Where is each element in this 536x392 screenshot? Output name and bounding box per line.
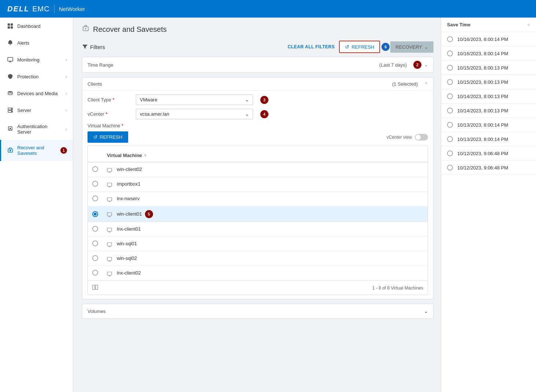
save-time-value: 10/14/2023, 8:00:13 PM: [457, 108, 508, 113]
table-row[interactable]: lnx-client02: [88, 266, 428, 281]
app-logo: DELLEMC: [7, 5, 50, 13]
vm-icon: [107, 256, 115, 261]
svg-rect-25: [96, 285, 98, 290]
radio-button[interactable]: [92, 166, 98, 172]
recovery-badge: 6: [381, 43, 390, 51]
radio-button[interactable]: [92, 195, 98, 201]
sidebar-item-dashboard[interactable]: Dashboard: [0, 18, 73, 34]
radio-button[interactable]: [92, 181, 98, 187]
sidebar-item-protection[interactable]: Protection ›: [0, 68, 73, 85]
recovery-button[interactable]: RECOVERY ⌄: [390, 41, 433, 53]
column-filter-icon[interactable]: ▿: [144, 153, 146, 158]
radio-button[interactable]: [447, 136, 453, 142]
sidebar-item-auth-server[interactable]: Authentication Server ›: [0, 119, 73, 140]
save-time-col-label: Save Time: [447, 22, 470, 27]
save-time-rows: 10/16/2023, 8:00:14 PM10/16/2023, 8:00:1…: [441, 32, 536, 175]
radio-button[interactable]: [447, 51, 453, 56]
app-header: DELLEMC NetWorker: [0, 0, 536, 18]
sidebar-item-devices-media[interactable]: Devices and Media ›: [0, 85, 73, 102]
vm-icon: [107, 227, 115, 231]
save-time-value: 10/16/2023, 8:00:14 PM: [457, 37, 508, 42]
radio-button[interactable]: [447, 150, 453, 156]
vcenter-select[interactable]: vcsa.amer.lan ⌄: [136, 109, 253, 119]
shield-icon: [7, 73, 14, 80]
top-right-actions: ↺ REFRESH 6 RECOVERY ⌄: [339, 41, 433, 53]
radio-button[interactable]: [447, 36, 453, 42]
save-time-row[interactable]: 10/13/2023, 8:00:14 PM: [441, 118, 536, 132]
save-time-row[interactable]: 10/14/2023, 8:00:13 PM: [441, 89, 536, 104]
save-time-row[interactable]: 10/14/2023, 8:00:13 PM: [441, 104, 536, 118]
radio-button[interactable]: [92, 255, 98, 261]
sidebar-item-alerts[interactable]: Alerts: [0, 34, 73, 51]
svg-rect-22: [107, 257, 112, 261]
clear-all-filters-button[interactable]: CLEAR ALL FILTERS: [288, 44, 335, 49]
radio-button[interactable]: [92, 270, 98, 276]
clients-header-row[interactable]: Clients (1 Selected) ⌃: [82, 78, 433, 91]
refresh-button-top[interactable]: ↺ REFRESH: [339, 41, 380, 53]
radio-button[interactable]: [447, 79, 453, 85]
sidebar-item-server[interactable]: Server ›: [0, 102, 73, 119]
vm-name-cell: win-client02: [103, 162, 428, 177]
table-row[interactable]: win-client015: [88, 206, 428, 222]
radio-button[interactable]: [447, 65, 453, 71]
save-time-value: 10/15/2023, 8:00:13 PM: [457, 79, 508, 85]
save-time-row[interactable]: 10/12/2023, 9:06:48 PM: [441, 161, 536, 175]
svg-point-15: [85, 28, 86, 30]
svg-rect-17: [107, 183, 112, 186]
table-row[interactable]: importbox1: [88, 177, 428, 192]
radio-button[interactable]: [447, 108, 453, 113]
radio-button[interactable]: [92, 211, 98, 217]
sidebar-item-devices-media-label: Devices and Media: [17, 91, 62, 96]
table-row[interactable]: win-client02: [88, 162, 428, 177]
grid-icon: [7, 23, 14, 29]
save-time-row[interactable]: 10/13/2023, 8:00:14 PM: [441, 132, 536, 146]
refresh-button-vm[interactable]: ↺ REFRESH: [88, 131, 128, 143]
clients-value: (1 Selected): [392, 81, 418, 87]
radio-button[interactable]: [92, 226, 98, 232]
columns-icon[interactable]: [92, 285, 98, 291]
svg-rect-23: [107, 272, 112, 275]
radio-button[interactable]: [447, 122, 453, 128]
save-time-value: 10/16/2023, 8:00:14 PM: [457, 51, 508, 56]
radio-button[interactable]: [447, 165, 453, 171]
monitor-icon: [7, 56, 14, 63]
save-time-row[interactable]: 10/16/2023, 8:00:14 PM: [441, 32, 536, 46]
volumes-header-row[interactable]: Volumes ⌄: [82, 304, 433, 318]
table-row[interactable]: lnx-nwserv: [88, 192, 428, 206]
column-filter-icon-right[interactable]: ▿: [528, 22, 530, 27]
svg-rect-18: [107, 198, 112, 201]
svg-rect-2: [8, 26, 10, 29]
svg-rect-16: [107, 168, 112, 172]
chevron-right-icon: ›: [66, 92, 67, 96]
right-panel: Save Time ▿ 10/16/2023, 8:00:14 PM10/16/…: [441, 18, 536, 392]
step-3-badge: 3: [260, 96, 268, 104]
sidebar-item-monitoring[interactable]: Monitoring ›: [0, 51, 73, 68]
svg-rect-19: [107, 213, 112, 216]
server-icon: [7, 107, 14, 113]
save-time-row[interactable]: 10/15/2023, 8:00:13 PM: [441, 75, 536, 89]
save-time-row[interactable]: 10/12/2023, 9:06:48 PM: [441, 146, 536, 161]
time-range-row[interactable]: Time Range (Last 7 days) 2 ⌄: [82, 57, 433, 72]
time-range-label: Time Range: [88, 62, 379, 68]
svg-rect-24: [93, 285, 95, 290]
table-row[interactable]: lnx-client01: [88, 222, 428, 237]
sidebar-item-auth-server-label: Authentication Server: [17, 124, 62, 135]
sidebar-item-recover[interactable]: Recover and Savesets 1: [0, 140, 73, 161]
sidebar-item-monitoring-label: Monitoring: [17, 57, 62, 63]
step-2-badge: 2: [413, 61, 421, 69]
app-name: NetWorker: [59, 6, 85, 12]
table-row[interactable]: win-sql01: [88, 237, 428, 251]
radio-button[interactable]: [447, 93, 453, 99]
client-type-select[interactable]: VMware ⌄: [136, 94, 253, 105]
volumes-label: Volumes: [88, 309, 424, 314]
vcenter-view-toggle[interactable]: [415, 134, 428, 141]
time-range-value: (Last 7 days): [379, 62, 407, 68]
save-time-row[interactable]: 10/15/2023, 8:00:13 PM: [441, 61, 536, 75]
save-time-row[interactable]: 10/16/2023, 8:00:14 PM: [441, 46, 536, 61]
refresh-icon-top: ↺: [345, 44, 349, 50]
table-row[interactable]: win-sql02: [88, 251, 428, 266]
emc-text: EMC: [32, 5, 49, 13]
vm-name-cell: lnx-nwserv: [103, 192, 428, 206]
svg-rect-1: [11, 23, 13, 26]
radio-button[interactable]: [92, 240, 98, 246]
